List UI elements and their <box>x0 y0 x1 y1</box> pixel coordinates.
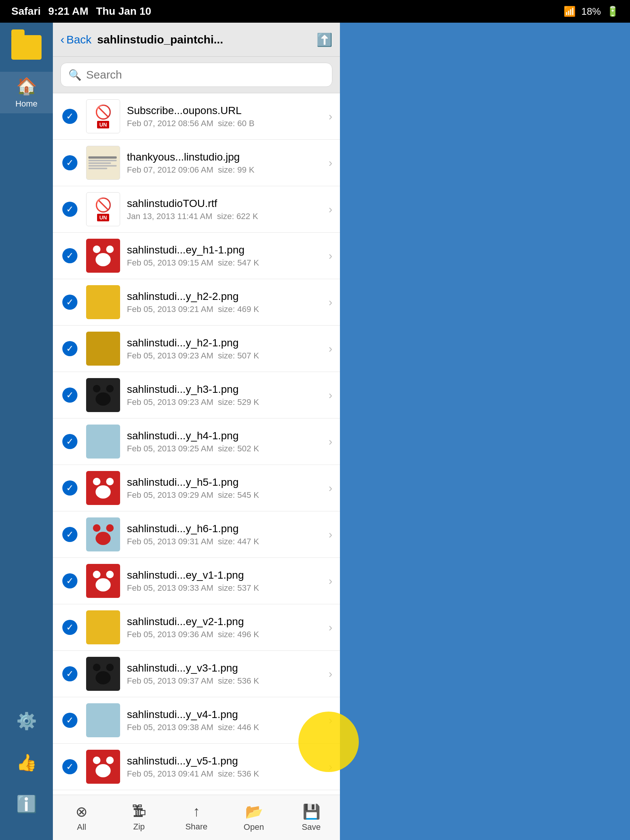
back-button[interactable]: ‹ Back <box>60 33 92 46</box>
file-info-9: sahlinstudi...y_h5-1.png Feb 05, 2013 09… <box>127 476 325 500</box>
checkbox-10[interactable]: ✓ <box>60 527 79 542</box>
list-item[interactable]: ✓ thankyous...linstudio.jpg Feb 07, 2012… <box>53 140 340 186</box>
nav-bar: ‹ Back sahlinstudio_paintchi... ⬆️ <box>53 23 340 57</box>
file-name-7: sahlinstudi...y_h3-1.png <box>127 384 325 395</box>
file-name-3: sahlinstudioTOU.rtf <box>127 197 325 210</box>
check-icon: ✓ <box>62 713 77 728</box>
file-info-14: sahlinstudi...y_v4-1.png Feb 05, 2013 09… <box>127 709 325 733</box>
checkbox-7[interactable]: ✓ <box>60 387 79 403</box>
file-info-1: Subscribe...oupons.URL Feb 07, 2012 08:5… <box>127 105 325 128</box>
list-item[interactable]: ✓ 🚫 UN sahlinstudioTOU.rtf Jan 13, 2013 … <box>53 186 340 233</box>
sidebar-item-info[interactable]: ℹ️ <box>0 783 53 825</box>
checkbox-5[interactable]: ✓ <box>60 295 79 310</box>
file-meta-15: Feb 05, 2013 09:41 AM size: 536 K <box>127 769 325 779</box>
file-meta-13: Feb 05, 2013 09:37 AM size: 536 K <box>127 676 325 686</box>
toolbar-save-button[interactable]: 💾 Save <box>283 804 340 832</box>
check-icon: ✓ <box>62 341 77 356</box>
file-name-11: sahlinstudi...ey_v1-1.png <box>127 569 325 581</box>
list-item[interactable]: ✓ sahlinstudi...ey_v2-1.png Feb 05, 2013… <box>53 604 340 651</box>
chevron-icon: › <box>328 249 332 262</box>
folder-icon <box>8 30 45 64</box>
file-name-10: sahlinstudi...y_h6-1.png <box>127 523 325 535</box>
chevron-icon: › <box>328 760 332 773</box>
search-input[interactable] <box>86 68 324 81</box>
checkbox-3[interactable]: ✓ <box>60 202 79 217</box>
chevron-icon: › <box>328 621 332 634</box>
file-name-5: sahlinstudi...y_h2-2.png <box>127 291 325 303</box>
file-meta-12: Feb 05, 2013 09:36 AM size: 496 K <box>127 630 325 639</box>
list-item[interactable]: ✓ sahlinstudi...y_h2-2.png Feb 05, 2013 … <box>53 279 340 325</box>
list-item[interactable]: ✓ 🚫 UN Subscribe...oupons.URL Feb 07, 20… <box>53 93 340 140</box>
list-item[interactable]: ✓ sahlinstudi...y_h5-1.png Feb 05, 2013 … <box>53 465 340 512</box>
file-name-9: sahlinstudi...y_h5-1.png <box>127 476 325 488</box>
list-item[interactable]: ✓ sahlinstudi...y_v5-1.png Feb 05, 2013 … <box>53 744 340 790</box>
toolbar-share-button[interactable]: ↑ Share <box>168 804 225 832</box>
toolbar-zip-button[interactable]: 🗜 Zip <box>110 804 168 832</box>
file-list: ✓ 🚫 UN Subscribe...oupons.URL Feb 07, 20… <box>53 93 340 795</box>
file-thumbnail-3: 🚫 UN <box>86 192 120 226</box>
sidebar-item-thumbsup[interactable]: 👍 <box>0 742 53 783</box>
file-name-15: sahlinstudi...y_v5-1.png <box>127 755 325 767</box>
checkbox-1[interactable]: ✓ <box>60 109 79 124</box>
search-icon: 🔍 <box>68 69 82 81</box>
check-icon: ✓ <box>62 109 77 124</box>
toolbar-all-label: All <box>77 822 86 832</box>
thumbs-up-icon: 👍 <box>16 753 37 772</box>
checkbox-6[interactable]: ✓ <box>60 341 79 356</box>
chevron-icon: › <box>328 296 332 309</box>
check-icon: ✓ <box>62 480 77 496</box>
file-info-12: sahlinstudi...ey_v2-1.png Feb 05, 2013 0… <box>127 616 325 639</box>
file-thumbnail-11 <box>86 564 120 598</box>
search-input-wrapper[interactable]: 🔍 <box>60 63 332 87</box>
sidebar-bottom-nav: ⚙️ 👍 ℹ️ <box>0 700 53 840</box>
sidebar-item-settings[interactable]: ⚙️ <box>0 700 53 742</box>
file-name-8: sahlinstudi...y_h4-1.png <box>127 430 325 442</box>
checkbox-8[interactable]: ✓ <box>60 434 79 449</box>
list-item[interactable]: ✓ sahlinstudi...y_h2-1.png Feb 05, 2013 … <box>53 325 340 372</box>
file-thumbnail-1: 🚫 UN <box>86 99 120 133</box>
chevron-icon: › <box>328 110 332 123</box>
list-item[interactable]: ✓ sahlinstudi...y_v4-1.png Feb 05, 2013 … <box>53 697 340 744</box>
file-info-13: sahlinstudi...y_v3-1.png Feb 05, 2013 09… <box>127 662 325 686</box>
zip-icon: 🗜 <box>132 804 146 819</box>
file-thumbnail-12 <box>86 610 120 644</box>
chevron-icon: › <box>328 156 332 169</box>
check-icon: ✓ <box>62 248 77 263</box>
checkbox-9[interactable]: ✓ <box>60 480 79 496</box>
checkbox-13[interactable]: ✓ <box>60 666 79 681</box>
open-icon: 📂 <box>245 804 263 820</box>
list-item[interactable]: ✓ sahlinstudi...y_h6-1.png Feb 05, 2013 … <box>53 512 340 558</box>
toolbar-open-button[interactable]: 📂 Open <box>225 804 283 832</box>
list-item[interactable]: ✓ sahlinstudi...y_h3-1.png Feb 05, 2013 … <box>53 372 340 418</box>
checkbox-4[interactable]: ✓ <box>60 248 79 263</box>
chevron-icon: › <box>328 575 332 587</box>
list-item[interactable]: ✓ sahlinstudi...ey_h1-1.png Feb 05, 2013… <box>53 233 340 279</box>
checkbox-11[interactable]: ✓ <box>60 573 79 589</box>
toolbar-all-button[interactable]: ⊗ All <box>53 804 110 832</box>
file-thumbnail-6 <box>86 332 120 366</box>
share-nav-icon[interactable]: ⬆️ <box>316 32 332 47</box>
chevron-icon: › <box>328 435 332 448</box>
checkbox-15[interactable]: ✓ <box>60 759 79 774</box>
checkbox-2[interactable]: ✓ <box>60 155 79 171</box>
check-icon: ✓ <box>62 620 77 635</box>
file-meta-8: Feb 05, 2013 09:25 AM size: 502 K <box>127 444 325 454</box>
circle-x-icon: ⊗ <box>76 804 88 820</box>
checkbox-14[interactable]: ✓ <box>60 713 79 728</box>
left-sidebar: 🏠 Home ⚙️ 👍 ℹ️ <box>0 23 53 840</box>
file-info-5: sahlinstudi...y_h2-2.png Feb 05, 2013 09… <box>127 291 325 314</box>
file-meta-4: Feb 05, 2013 09:15 AM size: 547 K <box>127 258 325 268</box>
file-meta-11: Feb 05, 2013 09:33 AM size: 537 K <box>127 583 325 593</box>
list-item[interactable]: ✓ sahlinstudi...y_h4-1.png Feb 05, 2013 … <box>53 418 340 465</box>
list-item[interactable]: ✓ sahlinstudi...y_v3-1.png Feb 05, 2013 … <box>53 651 340 697</box>
right-panel <box>340 23 630 840</box>
sidebar-item-home[interactable]: 🏠 Home <box>0 72 53 113</box>
list-item[interactable]: ✓ sahlinstudi...y_v6-1... Feb 05, 2013 0… <box>53 790 340 795</box>
file-name-1: Subscribe...oupons.URL <box>127 105 325 117</box>
file-info-11: sahlinstudi...ey_v1-1.png Feb 05, 2013 0… <box>127 569 325 593</box>
home-icon: 🏠 <box>16 76 37 96</box>
list-item[interactable]: ✓ sahlinstudi...ey_v1-1.png Feb 05, 2013… <box>53 558 340 604</box>
checkbox-12[interactable]: ✓ <box>60 620 79 635</box>
file-info-8: sahlinstudi...y_h4-1.png Feb 05, 2013 09… <box>127 430 325 454</box>
file-meta-10: Feb 05, 2013 09:31 AM size: 447 K <box>127 537 325 546</box>
